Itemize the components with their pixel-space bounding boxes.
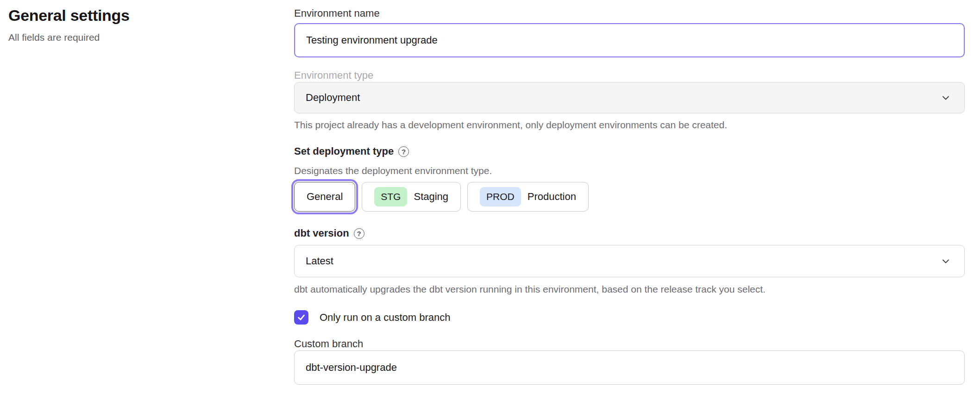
deployment-type-options: General STG Staging PROD Production xyxy=(294,182,965,212)
help-icon[interactable]: ? xyxy=(354,228,364,239)
deployment-option-production-label: Production xyxy=(528,191,576,203)
page-title: General settings xyxy=(8,6,268,25)
deployment-type-helper: Designates the deployment environment ty… xyxy=(294,165,965,177)
deployment-option-general-label: General xyxy=(307,191,343,203)
page-subtitle: All fields are required xyxy=(8,32,268,43)
deployment-type-label: Set deployment type xyxy=(294,145,394,157)
environment-type-value: Deployment xyxy=(306,92,940,104)
deployment-option-general[interactable]: General xyxy=(294,182,355,212)
dbt-version-select[interactable]: Latest xyxy=(294,245,965,277)
dbt-version-value: Latest xyxy=(306,255,940,267)
deployment-option-production[interactable]: PROD Production xyxy=(467,182,589,212)
environment-name-input[interactable] xyxy=(294,23,965,57)
environment-settings-form: Environment name Environment type Deploy… xyxy=(294,0,965,400)
staging-badge: STG xyxy=(374,187,407,206)
production-badge: PROD xyxy=(480,187,521,206)
environment-type-select[interactable]: Deployment xyxy=(294,82,965,113)
environment-type-helper: This project already has a development e… xyxy=(294,119,965,131)
general-settings-page: General settings All fields are required… xyxy=(0,0,980,400)
environment-name-label: Environment name xyxy=(294,7,965,19)
deployment-option-staging[interactable]: STG Staging xyxy=(362,182,461,212)
help-icon[interactable]: ? xyxy=(398,146,409,157)
dbt-version-label: dbt version xyxy=(294,227,349,239)
settings-summary-panel: General settings All fields are required xyxy=(8,6,268,43)
chevron-down-icon xyxy=(940,92,951,103)
custom-branch-checkbox[interactable] xyxy=(294,310,308,325)
custom-branch-checkbox-label: Only run on a custom branch xyxy=(320,312,450,324)
custom-branch-input[interactable] xyxy=(294,350,965,385)
chevron-down-icon xyxy=(940,256,951,267)
dbt-version-helper: dbt automatically upgrades the dbt versi… xyxy=(294,283,965,295)
dbt-version-section: dbt version ? xyxy=(294,227,965,239)
custom-branch-toggle-row: Only run on a custom branch xyxy=(294,310,965,325)
check-icon xyxy=(297,313,306,322)
deployment-type-section: Set deployment type ? xyxy=(294,145,965,157)
deployment-option-staging-label: Staging xyxy=(414,191,448,203)
environment-type-label: Environment type xyxy=(294,69,965,81)
custom-branch-label: Custom branch xyxy=(294,338,965,350)
